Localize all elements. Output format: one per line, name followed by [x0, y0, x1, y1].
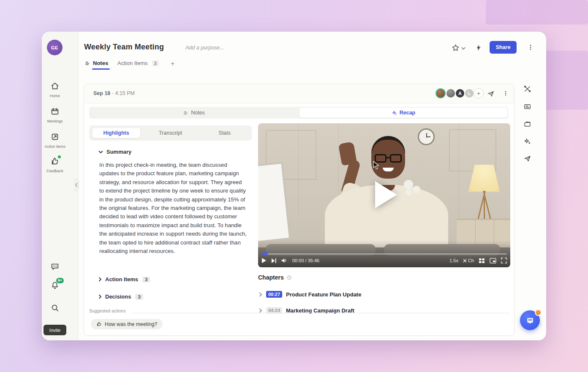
toggle-notes[interactable]: Notes: [89, 107, 299, 119]
bell-icon: 9+: [50, 281, 60, 290]
star-dropdown-chevron-icon[interactable]: [461, 47, 466, 50]
tab-action-items[interactable]: Action Items 3: [117, 60, 159, 66]
note-header: Sep 18 · 4:15 PM A L +: [84, 84, 514, 103]
thumbs-up-icon: [96, 321, 102, 327]
section-label: Summary: [106, 149, 131, 155]
section-count-badge: 3: [135, 294, 143, 300]
sidebar-item-feedback[interactable]: Feedback: [42, 157, 68, 173]
video-volume-icon[interactable]: [281, 258, 288, 263]
add-attendee-button[interactable]: +: [474, 88, 484, 98]
workspace-logo[interactable]: GE: [47, 40, 63, 55]
video-controls: 00:00 / 35:46 1.5x Ch: [261, 255, 507, 266]
tools-icon[interactable]: [523, 85, 531, 93]
datetime-separator: ·: [112, 90, 114, 96]
sidebar-item-meetings[interactable]: Meetings: [42, 107, 68, 123]
toggle-label: Notes: [191, 110, 205, 116]
video-player[interactable]: 00:00 / 35:46 1.5x Ch: [258, 123, 510, 267]
sidebar-item-label: Home: [42, 94, 68, 98]
recap-tab-bar: Highlights Transcript Stats: [89, 125, 252, 141]
meeting-note-card: Sep 18 · 4:15 PM A L + Notes: [84, 84, 514, 336]
video-time-display: 00:00 / 35:46: [292, 258, 319, 263]
add-tab-button[interactable]: +: [171, 60, 174, 68]
video-next-icon[interactable]: [271, 258, 277, 263]
decisions-section-header[interactable]: Decisions 3: [98, 293, 143, 300]
header-kebab-menu[interactable]: [527, 43, 534, 52]
note-kebab-menu[interactable]: [502, 90, 509, 97]
chapters-toggle-button[interactable]: Ch: [463, 258, 474, 263]
section-count-badge: 3: [142, 277, 150, 282]
sidebar-item-label: Meetings: [42, 119, 68, 123]
info-icon[interactable]: [286, 275, 292, 280]
favorite-star-button[interactable]: [451, 43, 460, 52]
tab-count-badge: 3: [152, 60, 159, 66]
attendee-avatar[interactable]: A: [455, 88, 465, 98]
decor-ball: [404, 180, 413, 189]
chevron-right-icon: [259, 292, 262, 297]
background-decoration: [486, 0, 588, 24]
summary-section-header[interactable]: Summary: [98, 149, 131, 155]
meeting-feedback-button[interactable]: How was the meeting?: [91, 319, 163, 329]
notepad-icon[interactable]: [523, 103, 531, 111]
wall-clock: [418, 128, 435, 145]
automations-bolt-icon[interactable]: [475, 43, 482, 53]
app-window: GE Home Meetings Action Items: [42, 32, 546, 340]
invite-button[interactable]: Invite: [44, 325, 66, 335]
toggle-label: Recap: [400, 110, 416, 116]
tab-stats[interactable]: Stats: [198, 130, 252, 136]
send-note-icon[interactable]: [487, 90, 495, 98]
recap-sparkle-icon: [392, 110, 397, 116]
video-progress-bar[interactable]: [261, 253, 507, 255]
tab-notes[interactable]: Notes: [84, 60, 108, 66]
video-play-icon[interactable]: [261, 258, 267, 263]
sidebar-item-home[interactable]: Home: [42, 81, 68, 98]
purpose-placeholder[interactable]: Add a purpose...: [185, 45, 224, 51]
sidebar-item-action-items[interactable]: Action Items: [42, 132, 68, 149]
video-grid-icon[interactable]: [479, 258, 485, 263]
notification-badge: 9+: [56, 278, 64, 283]
view-toggle: Notes Recap: [89, 107, 508, 119]
action-items-icon: [50, 132, 60, 141]
tab-highlights[interactable]: Highlights: [89, 128, 143, 138]
summary-text: In this project check-in meeting, the te…: [99, 161, 248, 255]
meeting-datetime: Sep 18 · 4:15 PM: [93, 90, 135, 96]
chapter-row[interactable]: 04:24 Marketing Campaign Draft: [259, 306, 354, 315]
feedback-prompt-label: How was the meeting?: [105, 321, 157, 327]
chapter-timestamp[interactable]: 00:27: [266, 291, 282, 298]
tab-transcript[interactable]: Transcript: [143, 130, 197, 136]
share-button[interactable]: Share: [490, 41, 517, 54]
chat-icon: [50, 262, 60, 271]
briefcase-icon[interactable]: [523, 120, 531, 128]
meeting-date: Sep 18: [93, 90, 110, 96]
sidebar-chat-button[interactable]: [42, 262, 68, 273]
sidebar-search-button[interactable]: [42, 303, 68, 314]
glasses-lens: [375, 154, 387, 163]
chapter-title[interactable]: Product Feature Plan Update: [286, 291, 361, 298]
notes-list-icon: [183, 110, 188, 116]
tab-label: Highlights: [93, 128, 140, 138]
chapter-row[interactable]: 00:27 Product Feature Plan Update: [259, 290, 361, 299]
meeting-time: 4:15 PM: [115, 90, 135, 96]
messenger-button[interactable]: [520, 310, 540, 330]
action-items-section-header[interactable]: Action Items 3: [98, 276, 150, 282]
attendee-avatar[interactable]: [446, 88, 456, 98]
attendee-avatar[interactable]: L: [464, 88, 474, 98]
pip-icon[interactable]: [490, 258, 496, 263]
play-button[interactable]: [375, 181, 397, 208]
sidebar-collapse-handle[interactable]: [74, 179, 79, 191]
send-icon[interactable]: [523, 155, 531, 163]
chevron-down-icon: [98, 150, 103, 154]
search-icon: [50, 303, 60, 312]
left-sidebar: GE Home Meetings Action Items: [42, 32, 79, 340]
calendar-icon: [50, 107, 60, 116]
attendee-avatar[interactable]: [436, 88, 446, 98]
sidebar-notifications-button[interactable]: 9+: [42, 281, 68, 292]
suggested-actions-divider: [132, 313, 510, 313]
toggle-recap[interactable]: Recap: [299, 108, 507, 118]
playback-speed-button[interactable]: 1.5x: [449, 258, 458, 263]
ai-sparkles-icon[interactable]: [523, 137, 531, 145]
section-label: Action Items: [105, 276, 138, 282]
decor-ball: [406, 189, 412, 196]
fullscreen-icon[interactable]: [501, 258, 507, 263]
decor-ball: [413, 186, 420, 193]
active-tab-underline: [92, 68, 110, 70]
